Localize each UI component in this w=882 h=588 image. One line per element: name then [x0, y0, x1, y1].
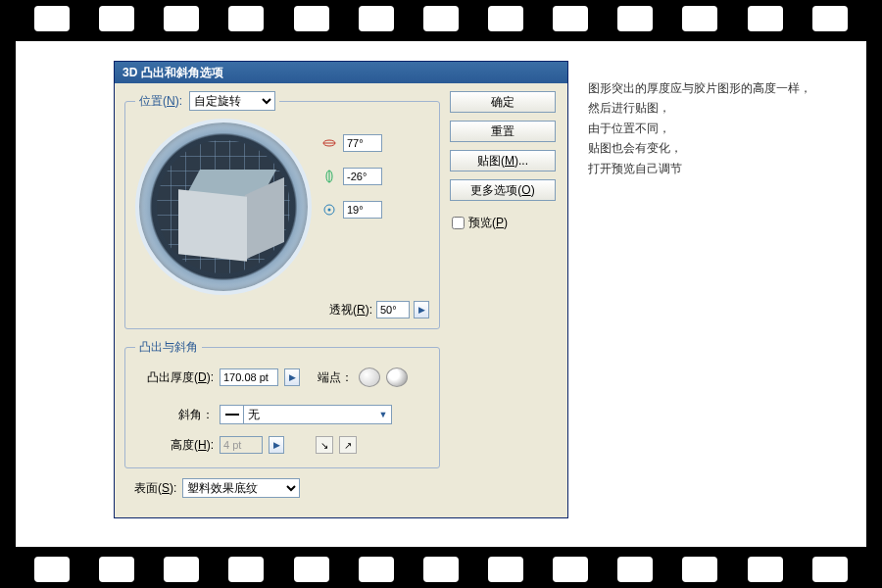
- height-label: 高度(H):: [135, 437, 214, 454]
- depth-stepper[interactable]: ▶: [284, 368, 300, 386]
- height-stepper[interactable]: ▶: [269, 436, 284, 454]
- map-art-button[interactable]: 贴图(M)...: [450, 150, 556, 172]
- preview-checkbox-row[interactable]: 预览(P): [452, 215, 560, 231]
- position-label: 位置(N): 自定旋转: [135, 91, 279, 111]
- bevel-swatch-icon: [220, 406, 244, 423]
- perspective-input[interactable]: [376, 301, 410, 318]
- preview-cube: [184, 170, 282, 268]
- depth-label: 凸出厚度(D):: [135, 369, 214, 386]
- position-select[interactable]: 自定旋转: [189, 91, 275, 111]
- y-axis-icon: [321, 169, 337, 184]
- extrude-bevel-group: 凸出与斜角 凸出厚度(D): ▶ 端点： 斜角： 无: [124, 339, 440, 468]
- x-angle-input[interactable]: [343, 134, 382, 152]
- more-options-button[interactable]: 更多选项(O): [450, 179, 556, 201]
- filmstrip-sprockets-bottom: [0, 557, 882, 588]
- filmstrip-sprockets-top: [0, 0, 882, 31]
- bevel-select[interactable]: 无 ▼: [220, 405, 392, 424]
- canvas-frame: 3D 凸出和斜角选项 位置(N): 自定旋转: [16, 41, 866, 547]
- preview-label: 预览(P): [468, 215, 508, 231]
- height-input: [220, 436, 263, 454]
- svg-point-5: [328, 209, 331, 212]
- surface-select[interactable]: 塑料效果底纹: [182, 478, 300, 498]
- perspective-label: 透视(R):: [329, 302, 372, 318]
- chevron-down-icon: ▼: [375, 410, 391, 419]
- bevel-label: 斜角：: [135, 407, 214, 423]
- rotation-trackball[interactable]: [135, 119, 312, 295]
- z-angle-input[interactable]: [343, 201, 382, 219]
- bevel-out-icon[interactable]: ↗: [339, 436, 357, 454]
- position-group: 位置(N): 自定旋转: [124, 91, 440, 329]
- ok-button[interactable]: 确定: [450, 91, 556, 113]
- dialog-title: 3D 凸出和斜角选项: [115, 62, 567, 83]
- perspective-stepper[interactable]: ▶: [414, 301, 429, 318]
- surface-label: 表面(S):: [134, 480, 176, 497]
- y-angle-input[interactable]: [343, 168, 382, 185]
- extrude-bevel-legend: 凸出与斜角: [135, 339, 202, 356]
- reset-button[interactable]: 重置: [450, 121, 556, 142]
- dialog-3d-extrude-bevel: 3D 凸出和斜角选项 位置(N): 自定旋转: [114, 61, 568, 518]
- depth-input[interactable]: [220, 368, 278, 386]
- cap-on-button[interactable]: [359, 368, 380, 387]
- bevel-in-icon[interactable]: ↘: [316, 436, 333, 454]
- annotation-text: 图形突出的厚度应与胶片图形的高度一样， 然后进行贴图， 由于位置不同， 贴图也会…: [588, 78, 872, 178]
- cap-off-button[interactable]: [386, 368, 408, 387]
- cap-label: 端点：: [318, 369, 353, 386]
- preview-checkbox[interactable]: [452, 217, 465, 229]
- x-axis-icon: [321, 135, 337, 151]
- z-axis-icon: [321, 202, 337, 218]
